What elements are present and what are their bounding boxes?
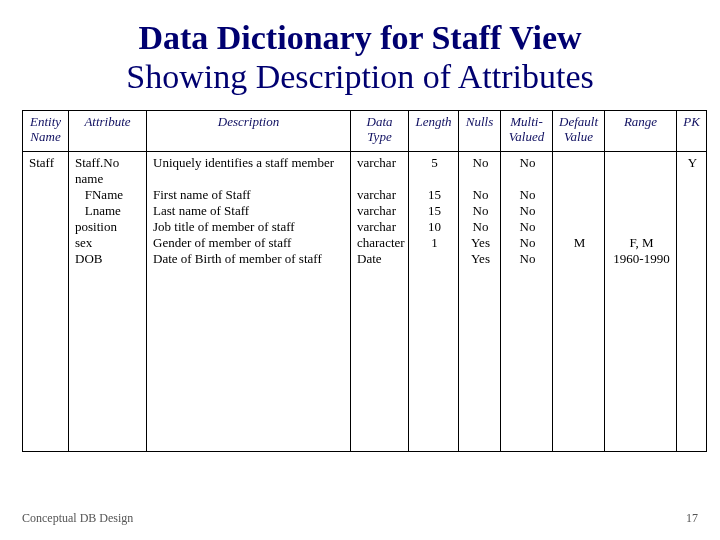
slide: Data Dictionary for Staff View Showing D… — [0, 0, 720, 540]
cell-range: F, M 1960-1990 — [605, 152, 677, 452]
col-default-value: Default Value — [553, 111, 605, 152]
col-description: Description — [147, 111, 351, 152]
cell-datatype: varchar varchar varchar varchar characte… — [351, 152, 409, 452]
cell-pk: Y — [677, 152, 707, 452]
cell-default: M — [553, 152, 605, 452]
col-entity-name: Entity Name — [23, 111, 69, 152]
cell-multi: No No No No No No — [501, 152, 553, 452]
footer-left: Conceptual DB Design — [22, 511, 133, 526]
col-pk: PK — [677, 111, 707, 152]
cell-length: 5 15 15 10 1 — [409, 152, 459, 452]
cell-description: Uniquely identifies a staff member First… — [147, 152, 351, 452]
col-attribute: Attribute — [69, 111, 147, 152]
col-data-type: Data Type — [351, 111, 409, 152]
data-dictionary-table: Entity Name Attribute Description Data T… — [22, 110, 707, 452]
footer-page-number: 17 — [686, 511, 698, 526]
slide-title: Data Dictionary for Staff View Showing D… — [22, 18, 698, 96]
col-multi-valued: Multi-Valued — [501, 111, 553, 152]
footer: Conceptual DB Design 17 — [22, 511, 698, 526]
col-range: Range — [605, 111, 677, 152]
col-length: Length — [409, 111, 459, 152]
cell-entity: Staff — [23, 152, 69, 452]
cell-attribute: Staff.No name FName Lname position sex D… — [69, 152, 147, 452]
col-nulls: Nulls — [459, 111, 501, 152]
table-row: Staff Staff.No name FName Lname position… — [23, 152, 707, 452]
title-line-2: Showing Description of Attributes — [22, 57, 698, 96]
cell-nulls: No No No No Yes Yes — [459, 152, 501, 452]
title-line-1: Data Dictionary for Staff View — [22, 18, 698, 57]
